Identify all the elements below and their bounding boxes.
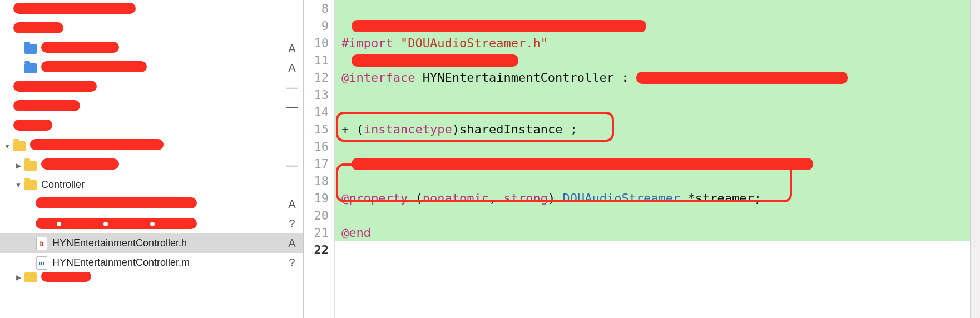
- line-number: 13: [304, 86, 329, 103]
- line-number: 19: [304, 190, 329, 207]
- code-line[interactable]: #import "DOUAudioStreamer.h": [341, 34, 970, 52]
- code-token: @property: [341, 191, 408, 205]
- folder-icon: [24, 160, 37, 172]
- folder-icon: [24, 43, 37, 55]
- code-line[interactable]: [341, 52, 970, 69]
- disclosure-triangle-icon: [3, 26, 11, 33]
- code-line[interactable]: [341, 86, 970, 103]
- code-line[interactable]: [341, 172, 970, 190]
- code-token: #import: [341, 36, 393, 50]
- code-token: *streamer;: [680, 191, 761, 205]
- tree-row[interactable]: A: [0, 39, 303, 58]
- disclosure-triangle-icon: [14, 64, 22, 72]
- tree-row[interactable]: ▶—: [0, 156, 303, 175]
- tree-label: [13, 3, 281, 17]
- disclosure-triangle-icon: [26, 220, 33, 228]
- code-line[interactable]: [341, 17, 970, 34]
- code-token: strong: [503, 191, 547, 205]
- tree-row[interactable]: A: [0, 58, 303, 78]
- code-token: instancetype: [364, 122, 452, 136]
- disclosure-triangle-icon[interactable]: ▶: [14, 162, 22, 170]
- tree-label: [41, 42, 281, 56]
- tree-row[interactable]: ▶: [0, 272, 303, 282]
- tree-row[interactable]: —: [0, 97, 303, 117]
- folder-icon: [13, 140, 26, 152]
- code-area[interactable]: #import "DOUAudioStreamer.h"@interface H…: [335, 0, 970, 318]
- scm-status: —: [281, 159, 303, 172]
- line-number: 9: [304, 17, 329, 34]
- disclosure-triangle-icon: [26, 259, 33, 267]
- code-line[interactable]: @property (nonatomic, strong) DOUAudioSt…: [341, 190, 970, 207]
- line-number: 12: [304, 69, 329, 86]
- tree-row[interactable]: A: [0, 195, 303, 214]
- code-token: (: [408, 191, 423, 205]
- scm-status: A: [281, 237, 303, 250]
- code-token: ,: [489, 191, 504, 205]
- folder-icon: [24, 272, 37, 282]
- scrollbar[interactable]: [970, 0, 980, 318]
- tree-label: [13, 120, 281, 133]
- disclosure-triangle-icon: [3, 103, 11, 111]
- disclosure-triangle-icon[interactable]: ▼: [14, 181, 22, 189]
- folder-icon: [24, 62, 37, 74]
- code-line[interactable]: @end: [341, 224, 970, 241]
- tree-row[interactable]: [0, 19, 303, 39]
- scm-status: ?: [281, 217, 303, 230]
- code-token: @interface: [341, 71, 415, 85]
- code-line[interactable]: + (instancetype)sharedInstance ;: [341, 121, 970, 138]
- header-file-icon: h: [36, 237, 48, 250]
- code-token: [393, 36, 400, 50]
- tree-label: [41, 272, 281, 282]
- tree-label: [36, 197, 281, 211]
- tree-label: HYNEntertainmentController.h: [52, 237, 281, 249]
- line-number: 10: [304, 34, 329, 52]
- file-navigator[interactable]: AA——▼▶—▼ControllerA?hHYNEntertainmentCon…: [0, 0, 304, 318]
- line-number: 14: [304, 103, 329, 121]
- folder-icon: [24, 179, 37, 191]
- line-number: 17: [304, 155, 329, 172]
- disclosure-triangle-icon[interactable]: ▶: [14, 274, 22, 281]
- code-token: + (: [341, 122, 364, 136]
- disclosure-triangle-icon: [3, 123, 11, 131]
- code-line[interactable]: [341, 0, 970, 17]
- code-line[interactable]: [341, 155, 970, 172]
- tree-label: [30, 139, 281, 153]
- disclosure-triangle-icon[interactable]: ▼: [3, 142, 11, 150]
- scm-status: A: [281, 62, 303, 74]
- line-number: 8: [304, 0, 329, 17]
- tree-row[interactable]: [0, 117, 303, 136]
- line-number: 18: [304, 172, 329, 190]
- disclosure-triangle-icon: [26, 240, 33, 247]
- code-editor[interactable]: 8910111213141516171819202122 #import "DO…: [304, 0, 980, 318]
- code-token: @end: [341, 226, 371, 240]
- line-number: 15: [304, 121, 329, 138]
- disclosure-triangle-icon: [3, 6, 11, 14]
- code-line[interactable]: [341, 103, 970, 121]
- line-number: 22: [304, 241, 329, 259]
- line-number: 20: [304, 207, 329, 224]
- tree-label: Controller: [41, 179, 281, 191]
- tree-row[interactable]: [0, 0, 303, 19]
- code-line[interactable]: @interface HYNEntertainmentController :: [341, 69, 970, 86]
- impl-file-icon: m: [36, 257, 48, 269]
- disclosure-triangle-icon: [26, 201, 33, 208]
- code-line[interactable]: [341, 207, 970, 224]
- tree-row[interactable]: ▼Controller: [0, 175, 303, 195]
- line-number: 11: [304, 52, 329, 69]
- code-line[interactable]: [341, 138, 970, 155]
- tree-row[interactable]: mHYNEntertainmentController.m?: [0, 253, 303, 272]
- tree-label: [36, 218, 281, 230]
- code-token: "DOUAudioStreamer.h": [400, 36, 548, 50]
- tree-row[interactable]: —: [0, 78, 303, 97]
- tree-label: [13, 100, 281, 114]
- disclosure-triangle-icon: [14, 45, 22, 53]
- tree-row[interactable]: ▼: [0, 136, 303, 156]
- scm-status: A: [281, 42, 303, 55]
- tree-label: HYNEntertainmentController.m: [52, 257, 281, 269]
- tree-row[interactable]: hHYNEntertainmentController.hA: [0, 233, 303, 253]
- line-number: 21: [304, 224, 329, 241]
- scm-status: ?: [281, 256, 303, 269]
- tree-label: [41, 158, 281, 172]
- code-token: )sharedInstance ;: [452, 122, 577, 136]
- tree-row[interactable]: ?: [0, 214, 303, 233]
